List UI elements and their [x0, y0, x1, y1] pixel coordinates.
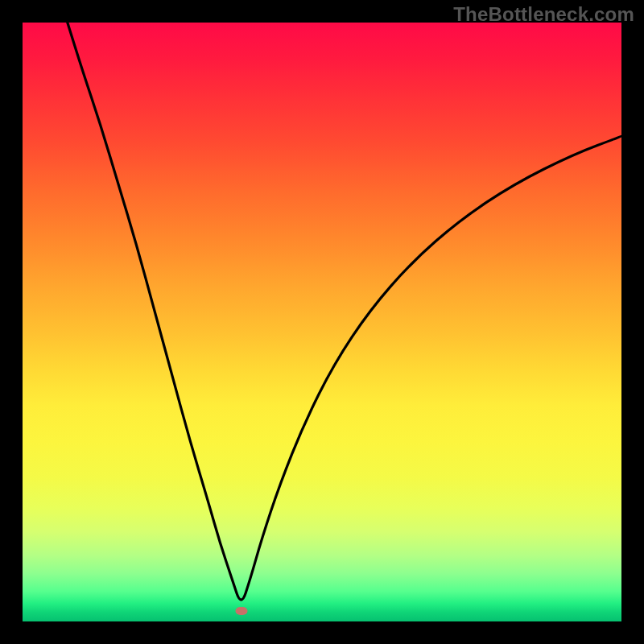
curve-layer	[23, 23, 621, 621]
watermark-text: TheBottleneck.com	[453, 3, 634, 26]
optimal-point-marker	[235, 607, 247, 615]
plot-area	[23, 23, 621, 621]
chart-container: TheBottleneck.com	[0, 0, 644, 644]
bottleneck-curve	[68, 23, 621, 600]
